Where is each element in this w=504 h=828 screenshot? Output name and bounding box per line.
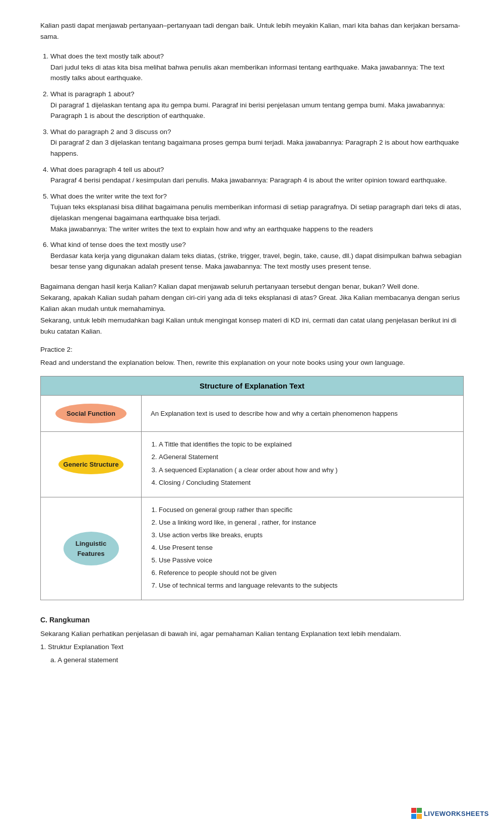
- linguistic-features-list: Focused on general group rather than spe…: [159, 504, 338, 593]
- answer-4: Paragraf 4 berisi pendapat / kesimpulan …: [50, 176, 447, 184]
- liveworksheets-text: LIVEWORKSHEETS: [424, 810, 489, 817]
- list-item: What does paragraph 4 tell us about? Par…: [50, 164, 464, 186]
- question-3: What do paragraph 2 and 3 discuss on?: [50, 128, 171, 136]
- list-item: AGeneral Statement: [159, 452, 338, 463]
- qa-list: What does the text mostly talk about? Da…: [50, 51, 464, 272]
- footer: LIVEWORKSHEETS: [411, 808, 489, 819]
- generic-structure-label: Generic Structure: [58, 455, 124, 474]
- list-item: What do paragraph 2 and 3 discuss on? Di…: [50, 126, 464, 159]
- diagram-left-generic: Generic Structure: [41, 432, 142, 496]
- diagram-row-linguistic: LinguisticFeatures Focused on general gr…: [41, 497, 463, 600]
- practice-instruction: Read and understand the explanation belo…: [40, 357, 464, 368]
- logo-square-green: [417, 808, 422, 813]
- list-item: A Tittle that identifies the topic to be…: [159, 439, 338, 450]
- list-item: Use Present tense: [159, 542, 338, 553]
- answer-3: Di paragraf 2 dan 3 dijelaskan tentang b…: [50, 139, 459, 157]
- answer-6: Berdasar kata kerja yang digunakan dalam…: [50, 252, 462, 271]
- explanation-diagram: Structure of Explanation Text Social Fun…: [40, 376, 464, 600]
- list-item: What does the text mostly talk about? Da…: [50, 51, 464, 84]
- list-item: Use Passive voice: [159, 555, 338, 566]
- rangkuman-body-text: Sekarang Kalian perhatikan penjelasan di…: [40, 628, 464, 640]
- rangkuman-section: C. Rangkuman Sekarang Kalian perhatikan …: [40, 614, 464, 666]
- logo-square-yellow: [417, 814, 422, 819]
- diagram-header: Structure of Explanation Text: [41, 376, 463, 396]
- liveworksheets-logo: LIVEWORKSHEETS: [411, 808, 489, 819]
- diagram-row-generic: Generic Structure A Tittle that identifi…: [41, 432, 463, 497]
- generic-structure-list: A Tittle that identifies the topic to be…: [159, 439, 338, 489]
- rangkuman-item-1: 1. Struktur Explanation Text: [40, 642, 464, 653]
- logo-square-blue: [411, 814, 416, 819]
- diagram-right-generic: A Tittle that identifies the topic to be…: [142, 432, 463, 496]
- list-item: Use of technical terms and language rele…: [159, 580, 338, 591]
- diagram-right-social: An Explanation text is used to describe …: [142, 396, 463, 431]
- rangkuman-item-1a: a. A general statement: [50, 655, 464, 666]
- answer-2: Di paragraf 1 dijelaskan tentang apa itu…: [50, 101, 445, 120]
- rangkuman-title: C. Rangkuman: [40, 614, 464, 626]
- question-6: What kind of tense does the text mostly …: [50, 241, 186, 248]
- answer-1: Dari judul teks di atas kita bisa meliha…: [50, 63, 445, 82]
- intro-text: Kalian pasti dapat menjawab pertanyaan–p…: [40, 20, 464, 42]
- list-item: Focused on general group rather than spe…: [159, 504, 338, 516]
- list-item: Closing / Concluding Statement: [159, 477, 338, 488]
- list-item: Reference to people should not be given: [159, 567, 338, 579]
- mid-paragraph: Bagaimana dengan hasil kerja Kalian? Kal…: [40, 281, 464, 337]
- question-5: What does the writer write the text for?: [50, 193, 167, 200]
- list-item: What does the writer write the text for?…: [50, 191, 464, 234]
- question-2: What is paragraph 1 about?: [50, 90, 135, 98]
- diagram-row-social-function: Social Function An Explanation text is u…: [41, 396, 463, 432]
- answer-5: Tujuan teks eksplanasi bisa dilihat baga…: [50, 203, 461, 232]
- list-item: A sequenced Explanation ( a clear order …: [159, 465, 338, 476]
- diagram-left-social: Social Function: [41, 396, 142, 431]
- diagram-right-linguistic: Focused on general group rather than spe…: [142, 497, 463, 600]
- list-item: What is paragraph 1 about? Di paragraf 1…: [50, 89, 464, 121]
- logo-square-red: [411, 808, 416, 813]
- practice-label: Practice 2:: [40, 344, 464, 355]
- list-item: What kind of tense does the text mostly …: [50, 239, 464, 272]
- question-1: What does the text mostly talk about?: [50, 52, 164, 60]
- diagram-left-linguistic: LinguisticFeatures: [41, 497, 142, 600]
- social-function-label: Social Function: [55, 404, 127, 423]
- linguistic-features-label: LinguisticFeatures: [64, 532, 119, 565]
- list-item: Use action verbs like breaks, erupts: [159, 530, 338, 541]
- question-4: What does paragraph 4 tell us about?: [50, 166, 164, 173]
- list-item: Use a linking word like, in general , ra…: [159, 517, 338, 528]
- social-function-content: An Explanation text is used to describe …: [151, 408, 398, 419]
- logo-icon: [411, 808, 422, 819]
